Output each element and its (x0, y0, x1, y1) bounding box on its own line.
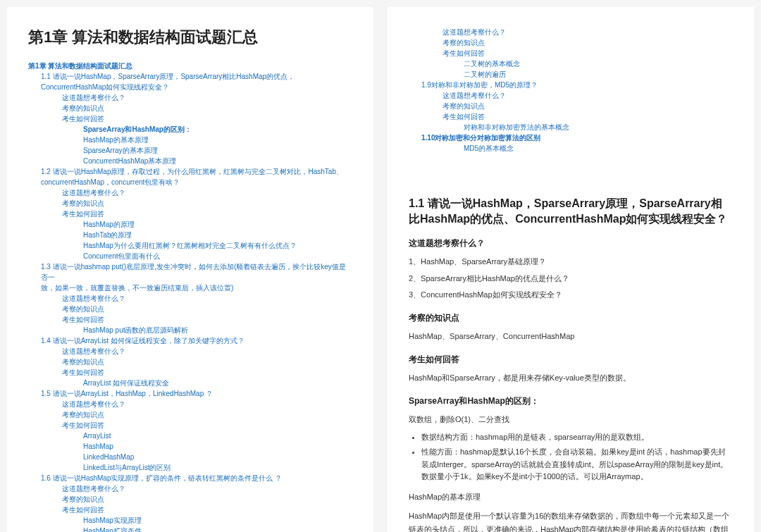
bullet-2: 性能方面：hashmap是默认16个长度，会自动装箱。如果key是int 的话，… (421, 446, 733, 483)
subheading-diff: SparseArray和HashMap的区别： (409, 395, 733, 407)
toc-link[interactable]: 考生如何回答 (409, 111, 733, 122)
subheading-knowledge: 考察的知识点 (409, 312, 733, 324)
toc-link[interactable]: LinkedList与ArrayList的区别 (28, 462, 352, 473)
toc-left: 第1章 算法和数据结构面试题汇总1.1 请说一说HashMap，SparseAr… (28, 61, 352, 532)
hashmap-principle-text: HashMap内部是使用一个默认容量为16的数组来存储数据的，而数组中每一个元素… (409, 509, 733, 532)
toc-link[interactable]: 考察的知识点 (28, 304, 352, 314)
toc-link[interactable]: LinkedHashMap (28, 452, 352, 462)
toc-link[interactable]: 考生如何回答 (28, 113, 352, 124)
subheading-answer: 考生如何回答 (409, 354, 733, 366)
toc-link[interactable]: HashMap put函数的底层源码解析 (28, 325, 352, 335)
toc-link[interactable]: ConcurrentHashMap基本原理 (28, 156, 352, 166)
toc-link[interactable]: 致，如果一致，就覆盖替换，不一致遍历结束后，插入该位置) (28, 283, 352, 293)
toc-link[interactable]: ArrayList 如何保证线程安全 (28, 378, 352, 388)
toc-link[interactable]: HashMap的原理 (28, 219, 352, 230)
toc-link[interactable]: 1.1 请说一说HashMap，SparseArrary原理，SparseArr… (28, 71, 352, 82)
toc-link[interactable]: 考察的知识点 (28, 409, 352, 420)
toc-link[interactable]: 考生如何回答 (28, 314, 352, 325)
toc-link[interactable]: HashMap的基本原理 (28, 135, 352, 145)
toc-link[interactable]: 考生如何回答 (28, 505, 352, 515)
question-1: 1、HashMap、SparseArrary基础原理？ (409, 255, 733, 269)
page-right: 这道题想考察什么？考察的知识点考生如何回答二叉树的基本概念二叉树的遍历1.9对称… (388, 7, 754, 532)
toc-right-continuation: 这道题想考察什么？考察的知识点考生如何回答二叉树的基本概念二叉树的遍历1.9对称… (409, 27, 733, 154)
toc-link[interactable]: 考察的知识点 (409, 101, 733, 111)
toc-link[interactable]: 这道题想考察什么？ (409, 27, 733, 37)
toc-link[interactable]: Concurrent包里面有什么 (28, 251, 352, 261)
toc-link[interactable]: 对称和非对称加密算法的基本概念 (409, 122, 733, 132)
toc-link[interactable]: SparseArray和HashMap的区别： (28, 124, 352, 135)
section-1-1-title: 1.1 请说一说HashMap，SparseArrary原理，SparseArr… (409, 196, 733, 228)
toc-link[interactable]: 考察的知识点 (28, 357, 352, 367)
page-left: 第1章 算法和数据结构面试题汇总 第1章 算法和数据结构面试题汇总1.1 请说一… (7, 7, 373, 532)
toc-link[interactable]: 这道题想考察什么？ (409, 90, 733, 101)
toc-link[interactable]: concurrentHashMap，concurrent包里有啥？ (28, 177, 352, 187)
toc-link[interactable]: 1.6 请说一说HashMap实现原理，扩容的条件，链表转红黑树的条件是什么 ？ (28, 473, 352, 483)
toc-link[interactable]: 考生如何回答 (28, 209, 352, 219)
toc-link[interactable]: 考察的知识点 (28, 103, 352, 113)
toc-link[interactable]: 考察的知识点 (28, 494, 352, 505)
knowledge-points: HashMap、SparseArrary、ConcurrentHashMap (409, 330, 733, 344)
toc-link[interactable]: 这道题想考察什么？ (28, 399, 352, 409)
toc-link[interactable]: 1.9对称和非对称加密，MD5的原理？ (409, 80, 733, 90)
diff-bullets: 数据结构方面：hashmap用的是链表，sparsearray用的是双数组。 性… (409, 431, 733, 483)
question-3: 3、ConcurrentHashMap如何实现线程安全？ (409, 288, 733, 302)
bullet-1: 数据结构方面：hashmap用的是链表，sparsearray用的是双数组。 (421, 431, 733, 444)
toc-link[interactable]: 二叉树的基本概念 (409, 58, 733, 69)
toc-link[interactable]: 1.2 请说一说HashMap原理，存取过程，为什么用红黑树，红黑树与完全二叉树… (28, 166, 352, 177)
toc-link[interactable]: HashMap实现原理 (28, 515, 352, 526)
toc-link[interactable]: ArrayList (28, 431, 352, 441)
toc-link[interactable]: 这道题想考察什么？ (28, 293, 352, 304)
diff-summary: 双数组，删除O(1)、二分查找 (409, 413, 733, 427)
toc-link[interactable]: 1.5 请说一说ArrayList，HashMap，LinkedHashMap … (28, 388, 352, 399)
toc-link[interactable]: HashMap (28, 441, 352, 452)
toc-link[interactable]: MD5的基本概念 (409, 143, 733, 154)
toc-link[interactable]: 1.4 请说一说ArrayList 如何保证线程安全，除了加关键字的方式？ (28, 335, 352, 346)
toc-link[interactable]: 二叉树的遍历 (409, 69, 733, 80)
toc-link[interactable]: 1.10对称加密和分对称加密算法的区别 (409, 132, 733, 143)
toc-link[interactable]: 这道题想考察什么？ (28, 346, 352, 357)
toc-link[interactable]: 第1章 算法和数据结构面试题汇总 (28, 61, 352, 71)
toc-link[interactable]: 这道题想考察什么？ (28, 483, 352, 494)
toc-link[interactable]: 考生如何回答 (409, 48, 733, 58)
toc-link[interactable]: HashMap为什么要用红黑树？红黑树相对完全二叉树有有什么优点？ (28, 240, 352, 251)
toc-link[interactable]: SparseArray的基本原理 (28, 145, 352, 156)
toc-link[interactable]: 考生如何回答 (28, 367, 352, 378)
toc-link[interactable]: HashTab的原理 (28, 230, 352, 240)
toc-link[interactable]: 这道题想考察什么？ (28, 187, 352, 198)
toc-link[interactable]: 考生如何回答 (28, 420, 352, 431)
toc-link[interactable]: ConcurrentHashMap如何实现线程安全？ (28, 82, 352, 92)
toc-link[interactable]: 这道题想考察什么？ (28, 92, 352, 103)
subheading-exam-what: 这道题想考察什么？ (409, 237, 733, 249)
toc-link[interactable]: HashMap扩容条件 (28, 526, 352, 532)
chapter-title: 第1章 算法和数据结构面试题汇总 (28, 27, 352, 48)
toc-link[interactable]: 考察的知识点 (28, 198, 352, 209)
question-2: 2、SparseArrary相比HashMap的优点是什么？ (409, 272, 733, 286)
hashmap-principle-heading: HashMap的基本原理 (409, 490, 733, 504)
toc-link[interactable]: 1.3 请说一说hashmap put()底层原理,发生冲突时，如何去添加(顺着… (28, 261, 352, 283)
toc-link[interactable]: 考察的知识点 (409, 37, 733, 48)
answer-intro: HashMap和SparseArrary，都是用来存储Key-value类型的数… (409, 371, 733, 385)
